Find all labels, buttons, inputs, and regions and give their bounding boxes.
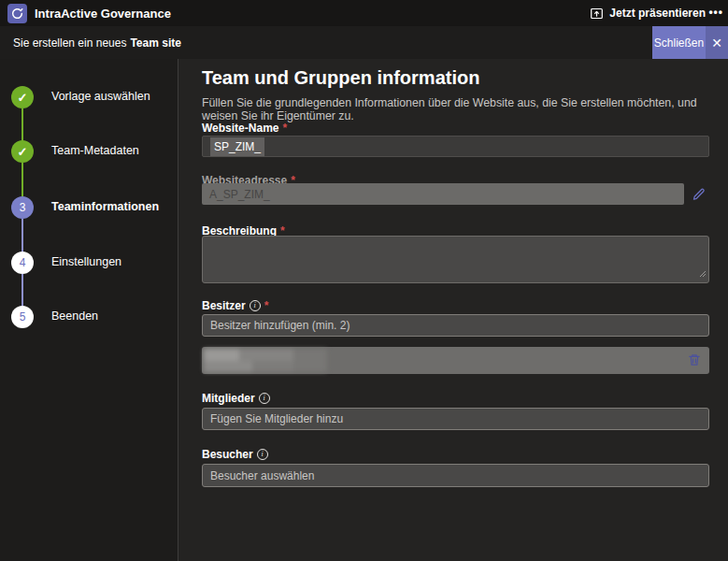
website-address-input-disabled: A_SP_ZIM_ (202, 183, 684, 205)
step-4-number: 4 (11, 252, 34, 274)
wizard-banner: Sie erstellen ein neues Team site Schlie… (0, 26, 728, 59)
members-picker-input[interactable]: Fügen Sie Mitglieder hinzu (202, 408, 709, 430)
required-marker: * (264, 299, 269, 312)
step-5-number: 5 (11, 306, 34, 328)
visitors-placeholder: Besucher auswählen (210, 469, 314, 482)
banner-site-type: Team site (130, 36, 180, 50)
step-2-label: Team-Metadaten (51, 144, 139, 157)
members-label: Mitglieder i (202, 392, 270, 405)
owners-label: Besitzer i * (202, 299, 268, 312)
sidebar-divider (178, 59, 178, 561)
page-title: Team und Gruppen information (202, 67, 479, 89)
step-3-label: Teaminformationen (51, 200, 159, 213)
required-marker: * (282, 122, 287, 135)
step-1-check-icon: ✓ (11, 86, 34, 108)
present-now-label: Jetzt präsentieren (609, 7, 706, 20)
more-options-icon[interactable]: ••• (708, 6, 723, 19)
owner-entry-row (202, 347, 709, 374)
website-address-value: A_SP_ZIM_ (209, 188, 270, 201)
step-connector-2 (21, 163, 23, 196)
present-now-button[interactable]: Jetzt präsentieren (590, 0, 706, 26)
edit-address-icon[interactable] (690, 186, 708, 203)
step-1-label: Vorlage auswählen (51, 90, 150, 103)
close-icon[interactable]: ✕ (706, 26, 728, 59)
visitors-label: Besucher i (202, 448, 268, 461)
members-placeholder: Fügen Sie Mitglieder hinzu (210, 412, 343, 425)
resize-handle-icon[interactable] (699, 267, 707, 280)
redacted-owner-name (204, 349, 327, 372)
website-name-input[interactable]: SP_ZIM_ (202, 136, 709, 157)
app-window: IntraActive Governance Jetzt präsentiere… (0, 0, 728, 561)
step-teaminformationen[interactable]: 3 Teaminformationen (0, 196, 178, 219)
owners-picker-input[interactable]: Besitzer hinzufügen (min. 2) (202, 314, 709, 337)
step-team-metadaten[interactable]: ✓ Team-Metadaten (0, 140, 178, 163)
website-name-label: Website-Name * (202, 122, 287, 135)
app-title: IntraActive Governance (35, 7, 171, 21)
step-connector-4 (21, 274, 23, 307)
step-connector-3 (21, 219, 23, 252)
close-button[interactable]: Schließen (652, 26, 706, 59)
app-logo-icon (7, 4, 27, 23)
info-icon[interactable]: i (257, 449, 268, 460)
visitors-picker-input[interactable]: Besucher auswählen (202, 464, 709, 487)
delete-owner-icon[interactable] (687, 352, 702, 367)
banner-text: Sie erstellen ein neues Team site (13, 26, 181, 59)
info-icon[interactable]: i (259, 393, 270, 404)
step-vorlage-auswaehlen[interactable]: ✓ Vorlage auswählen (0, 86, 178, 108)
step-einstellungen[interactable]: 4 Einstellungen (0, 252, 178, 274)
step-3-number: 3 (11, 196, 34, 219)
present-screen-icon (590, 7, 604, 21)
page-subtitle: Füllen Sie die grundlegenden Information… (202, 96, 711, 122)
wizard-stepper: ✓ Vorlage auswählen ✓ Team-Metadaten 3 T… (0, 59, 178, 561)
info-icon[interactable]: i (250, 300, 261, 311)
step-connector-1 (21, 108, 23, 142)
website-name-value: SP_ZIM_ (210, 137, 264, 156)
top-bar: IntraActive Governance Jetzt präsentiere… (0, 0, 728, 26)
step-4-label: Einstellungen (51, 255, 121, 268)
owners-placeholder: Besitzer hinzufügen (min. 2) (210, 319, 350, 332)
description-textarea[interactable] (202, 236, 709, 283)
step-beenden[interactable]: 5 Beenden (0, 306, 178, 328)
step-2-check-icon: ✓ (11, 140, 34, 163)
banner-prefix: Sie erstellen ein neues (13, 36, 126, 50)
step-5-label: Beenden (51, 309, 98, 323)
